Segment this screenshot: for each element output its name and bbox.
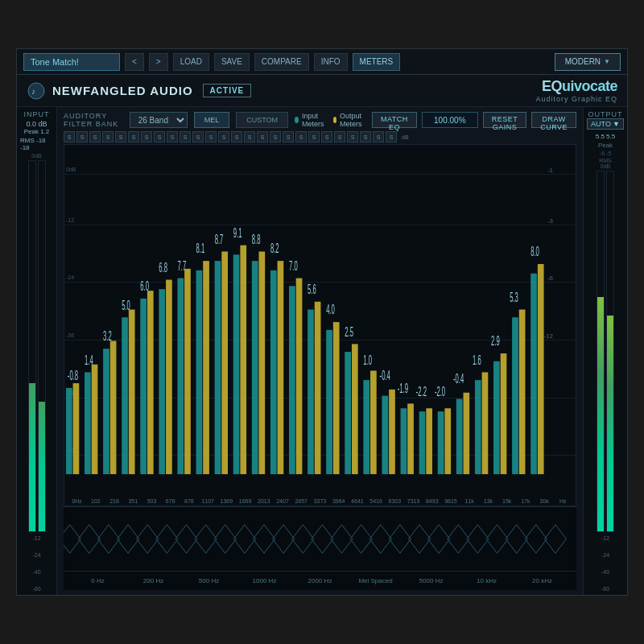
input-rms: RMS -18 -18	[20, 137, 53, 151]
mel-button[interactable]: MEL	[194, 112, 230, 128]
solo-btn-6[interactable]: S	[128, 131, 139, 142]
eq-bars-svg: -0.8 1.4 3.2 5.0 6.0 6.8 7.7 8.1 8.7 9.1…	[64, 145, 576, 506]
output-level-right	[607, 316, 613, 531]
center-panel: AUDITORY FILTER BANK 26 Band MEL CUSTOM …	[57, 107, 583, 595]
svg-rect-40	[419, 411, 426, 474]
solo-btn-18[interactable]: S	[283, 131, 294, 142]
input-meter-bars	[20, 159, 53, 534]
solo-row: S S S S S S S S S S S S S S S S S	[64, 131, 576, 142]
save-button[interactable]: SAVE	[214, 53, 250, 71]
solo-btn-15[interactable]: S	[244, 131, 255, 142]
solo-btn-3[interactable]: S	[89, 131, 101, 142]
svg-text:1.4: 1.4	[85, 353, 93, 368]
eq-name: EQuivocate Auditory Graphic EQ	[535, 78, 617, 103]
solo-btn-19[interactable]: S	[295, 131, 307, 142]
input-meter-panel: INPUT 0.0 dB Peak 1.2 RMS -18 -18 0dB -1…	[17, 107, 57, 595]
svg-marker-90	[233, 525, 255, 554]
meters-button[interactable]: METERS	[353, 53, 401, 71]
svg-marker-105	[525, 525, 547, 554]
eq-freq-labels: 0Hz 102 218 351 503 678 878 1107 1369 16…	[64, 498, 576, 504]
filter-viz	[64, 506, 576, 571]
solo-btn-14[interactable]: S	[231, 131, 242, 142]
svg-rect-25	[278, 261, 284, 474]
svg-rect-31	[333, 322, 340, 474]
solo-btn-9[interactable]: S	[167, 131, 178, 142]
svg-rect-6	[103, 349, 109, 474]
solo-btn-2[interactable]: S	[76, 131, 88, 142]
svg-rect-36	[382, 396, 388, 474]
svg-text:5.0: 5.0	[122, 299, 130, 313]
svg-rect-51	[519, 310, 526, 475]
compare-button[interactable]: COMPARE	[254, 53, 309, 71]
nav-prev-button[interactable]: <	[125, 53, 144, 71]
svg-text:5.3: 5.3	[510, 291, 518, 305]
filter-viz-svg	[64, 507, 576, 571]
solo-btn-13[interactable]: S	[218, 131, 229, 142]
chevron-down-icon: ▼	[604, 58, 610, 65]
svg-rect-45	[463, 393, 469, 474]
tone-match-input[interactable]	[23, 53, 120, 71]
solo-btn-23[interactable]: S	[347, 131, 358, 142]
solo-btn-25[interactable]: S	[373, 131, 384, 142]
input-level-right	[39, 402, 45, 531]
svg-rect-3	[73, 383, 80, 474]
brand-name: NEWFANGLED AUDIO	[52, 84, 193, 97]
svg-text:8.0: 8.0	[530, 245, 539, 259]
svg-rect-46	[475, 380, 481, 474]
solo-btn-5[interactable]: S	[115, 131, 126, 142]
output-auto-select[interactable]: AUTO ▼	[587, 118, 624, 130]
filter-bank-select[interactable]: 26 Band	[130, 112, 188, 128]
svg-text:-0.4: -0.4	[380, 369, 390, 383]
solo-btn-11[interactable]: S	[192, 131, 204, 142]
svg-rect-19	[221, 251, 228, 474]
svg-rect-27	[296, 279, 303, 474]
output-level-left	[597, 297, 604, 531]
svg-rect-14	[177, 279, 184, 474]
solo-btn-4[interactable]: S	[102, 131, 114, 142]
svg-rect-20	[233, 254, 240, 474]
draw-curve-button[interactable]: DRAW CURVE	[531, 112, 576, 128]
solo-btn-26[interactable]: S	[386, 131, 397, 142]
svg-text:3.2: 3.2	[103, 330, 112, 345]
svg-marker-104	[506, 525, 527, 554]
filter-bank-label: AUDITORY FILTER BANK	[64, 112, 123, 128]
solo-buttons: S S S S S S S S S S S S S S S S S	[64, 131, 397, 142]
eq-display[interactable]: 0dB -12 -24 -36 -48 -60 -1 -3 -6 -12	[64, 144, 576, 506]
svg-marker-106	[544, 525, 566, 554]
logo-icon: ♪	[27, 81, 46, 101]
nav-next-button[interactable]: >	[149, 53, 168, 71]
load-button[interactable]: LOAD	[173, 53, 209, 71]
svg-rect-53	[538, 264, 544, 474]
info-button[interactable]: INFO	[314, 53, 348, 71]
svg-text:-2.0: -2.0	[435, 385, 445, 399]
svg-rect-15	[184, 269, 191, 474]
svg-rect-48	[493, 361, 500, 474]
solo-btn-20[interactable]: S	[308, 131, 320, 142]
solo-btn-22[interactable]: S	[334, 131, 345, 142]
solo-btn-1[interactable]: S	[64, 131, 75, 142]
match-eq-button[interactable]: MATCH EQ	[372, 112, 417, 128]
svg-rect-32	[345, 352, 351, 474]
reset-gains-button[interactable]: RESET GAINS	[483, 112, 526, 128]
output-0db: 0dB	[587, 163, 624, 169]
chevron-down-icon: ▼	[613, 120, 620, 128]
bottom-freq-axis: 0 Hz 200 Hz 500 Hz 1000 Hz 2000 Hz Mel S…	[64, 571, 576, 590]
solo-btn-16[interactable]: S	[257, 131, 268, 142]
svg-marker-91	[253, 525, 275, 554]
custom-button[interactable]: CUSTOM	[236, 112, 288, 128]
modern-dropdown[interactable]: MODERN ▼	[555, 53, 621, 71]
svg-rect-47	[482, 372, 489, 474]
svg-rect-23	[258, 251, 265, 474]
solo-btn-10[interactable]: S	[180, 131, 191, 142]
svg-rect-43	[444, 408, 451, 474]
solo-btn-12[interactable]: S	[205, 131, 217, 142]
solo-btn-17[interactable]: S	[270, 131, 281, 142]
svg-point-0	[28, 83, 44, 99]
solo-btn-7[interactable]: S	[141, 131, 152, 142]
solo-btn-24[interactable]: S	[360, 131, 371, 142]
solo-btn-21[interactable]: S	[321, 131, 332, 142]
input-legend: Input Meters	[295, 112, 327, 128]
solo-btn-8[interactable]: S	[154, 131, 165, 142]
output-peak: 5.5 5.5	[587, 133, 624, 140]
match-value-input[interactable]	[422, 112, 478, 128]
